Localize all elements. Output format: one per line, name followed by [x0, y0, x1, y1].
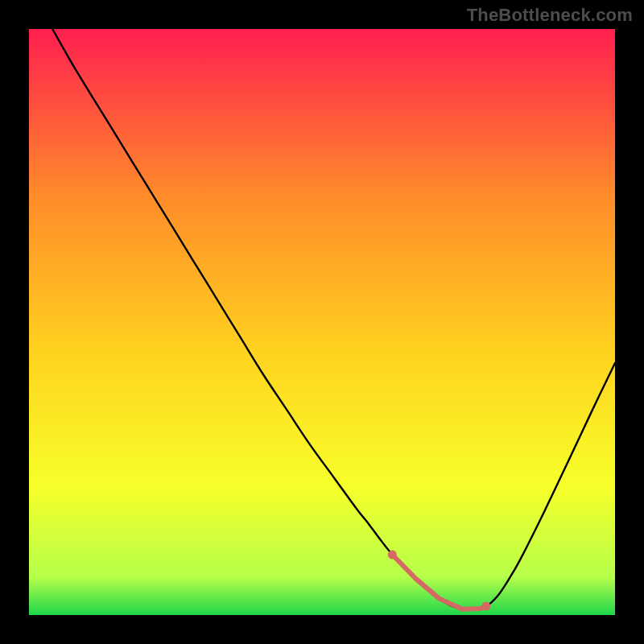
- marker-dot-start: [388, 551, 397, 559]
- chart-frame: TheBottleneck.com: [0, 0, 644, 644]
- plot-area: [29, 29, 615, 615]
- marker-dot-end: [481, 602, 490, 611]
- chart-svg: [29, 29, 615, 615]
- gradient-background: [29, 29, 615, 615]
- watermark-text: TheBottleneck.com: [467, 5, 633, 26]
